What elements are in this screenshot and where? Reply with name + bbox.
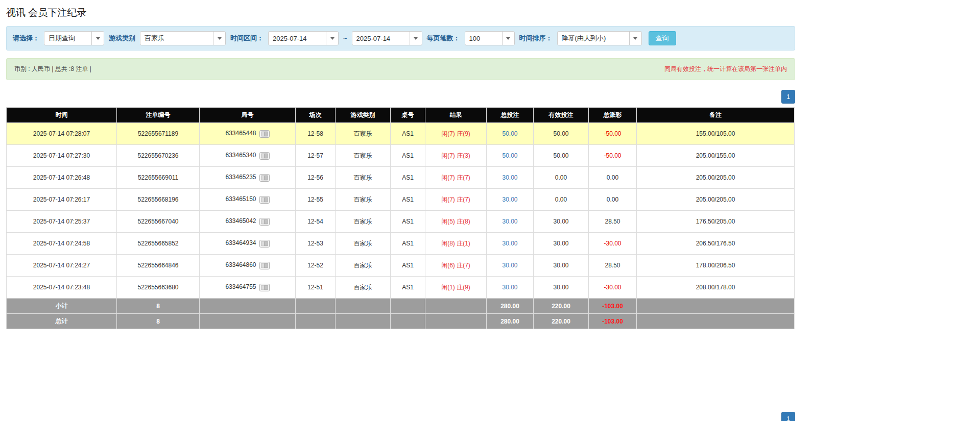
table-row: 2025-07-14 07:26:17522655668196633465150… [7,189,795,211]
subtotal-count: 8 [117,299,200,314]
time-sort-input[interactable] [558,32,629,45]
cell-total-bet[interactable]: 30.00 [487,277,534,299]
cell-round: 633464755 [200,277,296,299]
filter-select-label: 请选择： [13,34,39,43]
cell-bet-id: 522655663680 [117,277,200,299]
game-type-select [140,31,226,45]
page-1-button[interactable]: 1 [781,90,795,104]
cell-total-bet[interactable]: 30.00 [487,211,534,233]
cell-table-no: AS1 [391,277,425,299]
table-row: 2025-07-14 07:23:48522655663680633464755… [7,277,795,299]
round-number: 633464860 [225,261,256,268]
cell-round: 633465340 [200,145,296,167]
total-empty [296,314,336,329]
cell-payout: -50.00 [589,145,637,167]
col-bet-id: 注单编号 [117,108,200,123]
cell-round: 633464934 [200,233,296,255]
round-replay-icon[interactable] [259,284,270,291]
subtotal-label: 小计 [7,299,117,314]
date-range-separator: ~ [343,35,347,42]
cell-round: 633465448 [200,123,296,145]
query-type-dropdown-button[interactable] [91,32,104,45]
round-replay-icon[interactable] [259,218,270,226]
result-player: 闲(7) [441,174,455,181]
result-player: 闲(7) [441,130,455,137]
round-replay-icon[interactable] [259,240,270,247]
round-replay-icon[interactable] [259,130,270,138]
query-type-input[interactable] [44,32,91,45]
cell-note: 205.00/155.00 [637,145,795,167]
col-round: 局号 [200,108,296,123]
date-to-input[interactable] [352,32,410,45]
cell-session: 12-55 [296,189,336,211]
cell-payout: -50.00 [589,123,637,145]
date-to-dropdown-button[interactable] [410,32,422,45]
cell-total-bet[interactable]: 30.00 [487,167,534,189]
page-size-input[interactable] [465,32,502,45]
table-row: 2025-07-14 07:24:27522655664846633464860… [7,255,795,277]
round-replay-icon[interactable] [259,174,270,182]
cell-round: 633465042 [200,211,296,233]
cell-total-bet[interactable]: 50.00 [487,123,534,145]
time-sort-dropdown-button[interactable] [629,32,641,45]
game-type-dropdown-button[interactable] [213,32,225,45]
cell-bet-id: 522655670236 [117,145,200,167]
cell-bet-id: 522655664846 [117,255,200,277]
cell-valid-bet: 50.00 [534,145,589,167]
cell-total-bet[interactable]: 30.00 [487,255,534,277]
chevron-down-icon [218,37,222,40]
page-size-dropdown-button[interactable] [502,32,514,45]
table-row: 2025-07-14 07:27:30522655670236633465340… [7,145,795,167]
cell-round: 633465235 [200,167,296,189]
cell-time: 2025-07-14 07:24:27 [7,255,117,277]
chevron-down-icon [633,37,637,40]
table-row: 2025-07-14 07:26:48522655669011633465235… [7,167,795,189]
content-area: 视讯 会员下注纪录 请选择： 游戏类别 时间区间： ~ 每页笔数： 时间排序： [6,6,795,421]
bets-table: 时间 注单编号 局号 场次 游戏类别 桌号 结果 总投注 有效投注 总派彩 备注… [6,107,795,329]
total-empty [336,314,391,329]
search-button[interactable]: 查询 [649,31,676,45]
cell-payout: -30.00 [589,233,637,255]
cell-game-type: 百家乐 [336,167,391,189]
cell-table-no: AS1 [391,189,425,211]
cell-time: 2025-07-14 07:27:30 [7,145,117,167]
subtotal-empty [391,299,425,314]
cell-game-type: 百家乐 [336,123,391,145]
chevron-down-icon [506,37,510,40]
cell-valid-bet: 0.00 [534,167,589,189]
cell-table-no: AS1 [391,167,425,189]
cell-bet-id: 522655668196 [117,189,200,211]
page-size-label: 每页笔数： [427,34,460,43]
time-sort-label: 时间排序： [519,34,553,43]
cell-total-bet[interactable]: 30.00 [487,189,534,211]
cell-bet-id: 522655671189 [117,123,200,145]
currency-total-text: 币别 : 人民币 | 总共 :8 注单 | [14,65,91,73]
subtotal-row: 小计 8 280.00 220.00 -103.00 [7,299,795,314]
cell-total-bet[interactable]: 30.00 [487,233,534,255]
date-from-input[interactable] [269,32,326,45]
round-number: 633465235 [225,174,256,181]
result-banker: 庄(8) [457,218,470,225]
cell-table-no: AS1 [391,233,425,255]
result-banker: 庄(7) [457,174,470,181]
game-type-label: 游戏类别 [109,34,135,43]
date-from-dropdown-button[interactable] [326,32,338,45]
cell-game-type: 百家乐 [336,233,391,255]
col-total-bet: 总投注 [487,108,534,123]
cell-game-type: 百家乐 [336,255,391,277]
result-banker: 庄(7) [457,262,470,269]
round-replay-icon[interactable] [259,262,270,269]
result-banker: 庄(9) [457,130,470,137]
cell-game-type: 百家乐 [336,189,391,211]
total-total-bet: 280.00 [487,314,534,329]
table-row: 2025-07-14 07:24:58522655665852633464934… [7,233,795,255]
page-1-button[interactable]: 1 [781,412,795,421]
game-type-input[interactable] [140,32,213,45]
round-replay-icon[interactable] [259,152,270,160]
date-from-picker [268,31,339,45]
chevron-down-icon [330,37,334,40]
round-replay-icon[interactable] [259,196,270,204]
total-row: 总计 8 280.00 220.00 -103.00 [7,314,795,329]
cell-total-bet[interactable]: 50.00 [487,145,534,167]
result-player: 闲(7) [441,152,455,159]
